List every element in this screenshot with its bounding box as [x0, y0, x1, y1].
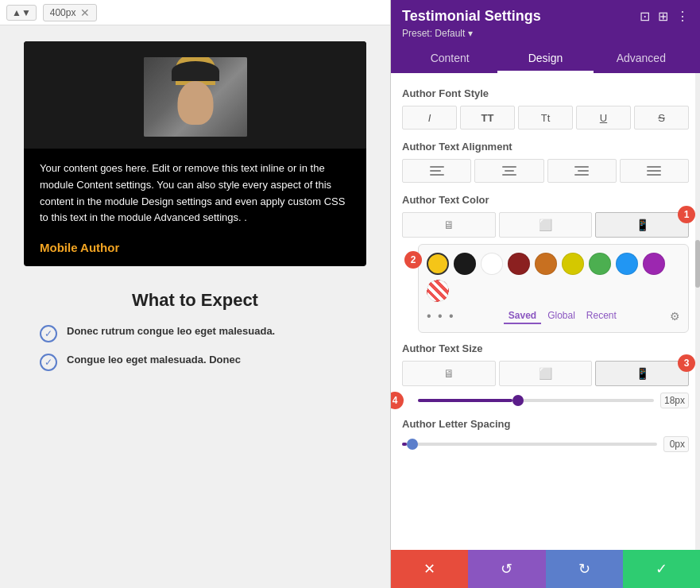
preset-label: Preset: Default: [402, 28, 465, 39]
size-desktop-btn[interactable]: 🖥: [402, 361, 496, 386]
author-font-style-label: Author Font Style: [402, 87, 689, 99]
align-right-btn[interactable]: [547, 159, 617, 183]
line3: [647, 174, 661, 176]
line1: [430, 166, 444, 168]
width-display[interactable]: 400px ✕: [43, 4, 98, 21]
section-title: What to Expect: [40, 290, 350, 311]
size-tablet-btn[interactable]: ⬜: [499, 361, 593, 386]
swatch-green[interactable]: [589, 253, 611, 275]
spacing-slider-row: 0px: [402, 436, 689, 452]
color-picker-popup: 2 • • • Saved Global Recent: [418, 244, 689, 333]
color-tabs: Saved Global Recent: [504, 308, 621, 324]
line3: [502, 174, 516, 176]
align-left-btn[interactable]: [402, 159, 471, 183]
author-text-alignment-label: Author Text Alignment: [402, 141, 689, 153]
fullscreen-icon[interactable]: ⊡: [640, 9, 650, 24]
spacing-slider-value: 0px: [663, 436, 689, 452]
line2: [647, 170, 661, 172]
size-device-row: 🖥 ⬜ 📱 3: [402, 361, 689, 386]
size-mobile-btn[interactable]: 📱: [595, 361, 689, 386]
swatch-yellow2[interactable]: [562, 253, 584, 275]
line2: [430, 170, 441, 172]
spacing-slider-thumb[interactable]: [407, 439, 418, 450]
saved-tab[interactable]: Saved: [504, 308, 541, 324]
left-panel: ▲▼ 400px ✕ Your content goes here. Edit …: [0, 0, 390, 588]
panel-footer: ✕ ↺ ↻ ✓: [391, 550, 700, 588]
badge-1: 1: [678, 206, 695, 223]
desktop-icon: 🖥: [443, 219, 454, 231]
spacing-slider-track[interactable]: [402, 443, 657, 446]
check-icon-1: ✓: [40, 325, 57, 342]
more-icon[interactable]: ⋮: [676, 9, 689, 24]
reset-button[interactable]: ↺: [468, 550, 545, 588]
swatch-yellow[interactable]: [427, 253, 449, 275]
color-settings-icon[interactable]: ⚙: [670, 310, 680, 323]
photo-inner: [144, 57, 247, 137]
canvas-area: Your content goes here. Edit or remove t…: [0, 25, 390, 397]
color-device-row: 🖥 ⬜ 📱 1: [402, 212, 689, 238]
align-justify-btn[interactable]: [620, 159, 689, 183]
badge-2: 2: [404, 251, 422, 269]
redo-button[interactable]: ↻: [546, 550, 623, 588]
tab-content[interactable]: Content: [402, 45, 497, 73]
top-bar: ▲▼ 400px ✕: [0, 0, 390, 25]
bold-btn[interactable]: TT: [460, 106, 515, 130]
swatch-orange[interactable]: [535, 253, 557, 275]
align-left-icon: [430, 166, 444, 176]
panel-header: Testimonial Settings ⊡ ⊞ ⋮ Preset: Defau…: [391, 0, 700, 73]
size-slider-track[interactable]: [418, 399, 654, 402]
list-item-2: ✓ Congue leo eget malesuada. Donec: [40, 352, 350, 371]
mobile-btn[interactable]: 📱: [595, 212, 689, 238]
italic-btn[interactable]: I: [402, 106, 457, 130]
alignment-row: [402, 159, 689, 183]
swatch-black[interactable]: [454, 253, 476, 275]
strikethrough-btn[interactable]: S: [634, 106, 689, 130]
view-select[interactable]: ▲▼: [6, 5, 37, 21]
color-swatches: [427, 253, 680, 302]
align-right-icon: [574, 166, 589, 176]
scrollbar-thumb[interactable]: [695, 240, 700, 288]
panel-title: Testimonial Settings: [402, 8, 541, 25]
swatch-striped[interactable]: [427, 280, 449, 302]
desktop-btn[interactable]: 🖥: [402, 212, 496, 238]
cancel-button[interactable]: ✕: [391, 550, 468, 588]
swatch-blue[interactable]: [616, 253, 638, 275]
tab-design[interactable]: Design: [497, 45, 593, 73]
align-center-btn[interactable]: [474, 159, 543, 183]
swatch-purple[interactable]: [643, 253, 665, 275]
mobile-icon: 📱: [636, 219, 649, 231]
size-mobile-icon: 📱: [636, 367, 649, 380]
save-button[interactable]: ✓: [623, 550, 700, 588]
tab-row: Content Design Advanced: [402, 45, 689, 73]
panel-preset[interactable]: Preset: Default ▾: [402, 28, 689, 39]
list-item: ✓ Donec rutrum congue leo eget malesuada…: [40, 323, 350, 342]
align-justify-icon: [647, 166, 661, 176]
arrows-icon: ▲▼: [12, 7, 31, 18]
size-slider-thumb[interactable]: [512, 395, 524, 406]
three-dots[interactable]: • • •: [427, 309, 455, 323]
list-item-text-2: Congue leo eget malesuada. Donec: [67, 352, 241, 368]
grid-icon[interactable]: ⊞: [658, 9, 668, 24]
panel-icons: ⊡ ⊞ ⋮: [640, 9, 689, 24]
preset-arrow: ▾: [468, 28, 473, 39]
badge-4: 4: [391, 392, 404, 409]
scrollbar-track: [695, 73, 700, 550]
line3: [574, 174, 589, 176]
underline-btn[interactable]: U: [576, 106, 631, 130]
title-case-btn[interactable]: Tt: [518, 106, 573, 130]
line1: [574, 166, 589, 168]
size-tablet-icon: ⬜: [539, 367, 552, 380]
author-text-size-label: Author Text Size: [402, 342, 689, 354]
swatch-white[interactable]: [481, 253, 503, 275]
testimonial-card: Your content goes here. Edit or remove t…: [24, 41, 366, 266]
swatch-dark-red[interactable]: [508, 253, 530, 275]
tablet-btn[interactable]: ⬜: [499, 212, 593, 238]
check-icon-2: ✓: [40, 354, 57, 371]
line2: [578, 170, 589, 172]
panel-body: Author Font Style I TT Tt U S Author Tex…: [391, 73, 700, 550]
recent-tab[interactable]: Recent: [582, 308, 621, 324]
tab-advanced[interactable]: Advanced: [594, 45, 689, 73]
global-tab[interactable]: Global: [543, 308, 580, 324]
tablet-icon: ⬜: [539, 219, 552, 231]
close-icon[interactable]: ✕: [80, 6, 90, 19]
